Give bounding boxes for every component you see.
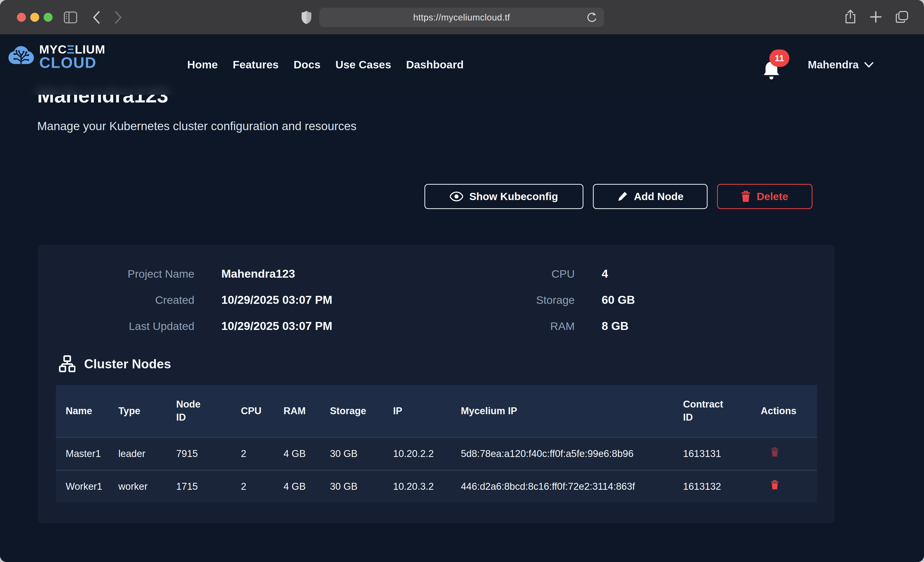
col-header-ip: IP <box>393 385 461 437</box>
cell-storage: 30 GB <box>330 437 393 470</box>
address-bar[interactable]: https://myceliumcloud.tf <box>319 8 604 27</box>
cluster-actions: Show Kubeconfig Add Node Delete <box>424 184 813 209</box>
page-content: Mahendra123 Manage your Kubernetes clust… <box>0 34 924 562</box>
col-header-cpu: CPU <box>241 385 284 437</box>
close-window-button[interactable] <box>17 13 26 22</box>
cell-ram: 4 GB <box>284 470 330 502</box>
storage-value: 60 GB <box>602 293 635 306</box>
browser-toolbar: https://myceliumcloud.tf <box>0 0 924 34</box>
chevron-down-icon <box>864 62 873 68</box>
info-row-created: Created 10/29/2025 03:07 PM <box>56 293 436 306</box>
cell-contract-id: 1613131 <box>683 437 761 470</box>
col-header-type: Type <box>118 385 176 437</box>
trash-icon <box>741 191 750 202</box>
brand-logo[interactable]: MYCΞLIUM CLOUD <box>8 44 105 70</box>
table-row: Worker1 worker 1715 2 4 GB 30 GB 10.20.3… <box>56 470 817 502</box>
col-header-contract-id: Contract ID <box>683 385 761 437</box>
ram-label: RAM <box>436 320 575 332</box>
delete-label: Delete <box>756 191 788 203</box>
tab-overview-icon[interactable] <box>895 10 909 24</box>
ram-value: 8 GB <box>602 320 628 333</box>
cell-ip: 10.20.2.2 <box>393 437 461 470</box>
delete-node-button[interactable] <box>760 480 778 490</box>
last-updated-label: Last Updated <box>56 320 194 332</box>
zoom-window-button[interactable] <box>44 13 52 22</box>
browser-window: https://myceliumcloud.tf <box>0 0 924 562</box>
col-header-storage: Storage <box>330 385 393 437</box>
cell-storage: 30 GB <box>330 470 393 502</box>
cell-mycelium-ip: 446:d2a6:8bcd:8c16:ff0f:72e2:3114:863f <box>461 470 683 502</box>
refresh-icon[interactable] <box>586 11 597 25</box>
back-button-icon[interactable] <box>88 0 104 34</box>
url-text: https://myceliumcloud.tf <box>413 12 510 22</box>
col-header-name: Name <box>56 385 118 437</box>
col-header-ram: RAM <box>284 385 330 437</box>
cell-ip: 10.20.3.2 <box>393 470 461 502</box>
project-name-value: Mahendra123 <box>221 267 295 281</box>
cluster-nodes-title: Cluster Nodes <box>84 357 171 371</box>
cluster-nodes-heading: Cluster Nodes <box>59 355 834 373</box>
notifications-button[interactable]: 11 <box>762 49 795 84</box>
brand-word-cloud: CLOUD <box>39 55 105 70</box>
col-header-node-id: Node ID <box>176 385 241 437</box>
forward-button-icon[interactable] <box>111 0 126 34</box>
nav-item-dashboard[interactable]: Dashboard <box>406 58 464 71</box>
user-menu[interactable]: Mahendra <box>808 34 873 95</box>
col-header-mycelium-ip: Mycelium IP <box>461 385 683 437</box>
minimize-window-button[interactable] <box>30 13 39 22</box>
nav-item-docs[interactable]: Docs <box>294 58 321 71</box>
trash-icon <box>771 480 778 490</box>
add-node-button[interactable]: Add Node <box>593 184 708 209</box>
cell-cpu: 2 <box>241 470 284 502</box>
cell-type: worker <box>118 470 176 502</box>
main-nav: Home Features Docs Use Cases Dashboard <box>187 34 464 95</box>
pencil-icon <box>617 191 628 202</box>
cell-actions <box>760 470 817 502</box>
storage-label: Storage <box>436 294 575 306</box>
project-name-label: Project Name <box>56 268 194 280</box>
created-value: 10/29/2025 03:07 PM <box>221 293 332 306</box>
nav-item-features[interactable]: Features <box>232 58 279 71</box>
cell-name: Master1 <box>56 437 118 470</box>
table-row: Master1 leader 7915 2 4 GB 30 GB 10.20.2… <box>56 437 817 470</box>
user-name: Mahendra <box>808 59 859 71</box>
toolbar-right-icons <box>844 0 909 34</box>
cell-node-id: 1715 <box>176 470 241 502</box>
info-row-project-name: Project Name Mahendra123 <box>56 267 436 281</box>
nodes-table-wrapper: Name Type Node ID CPU RAM Storage IP Myc… <box>56 385 817 502</box>
nodes-table: Name Type Node ID CPU RAM Storage IP Myc… <box>56 385 817 502</box>
delete-cluster-button[interactable]: Delete <box>717 184 813 209</box>
last-updated-value: 10/29/2025 03:07 PM <box>221 320 332 333</box>
cpu-label: CPU <box>436 268 575 280</box>
cell-ram: 4 GB <box>284 437 330 470</box>
cluster-nodes-icon <box>59 355 75 373</box>
nav-item-home[interactable]: Home <box>187 58 218 71</box>
trash-icon <box>771 447 778 457</box>
cell-cpu: 2 <box>241 437 284 470</box>
project-info: Project Name Mahendra123 Created 10/29/2… <box>38 245 834 345</box>
notification-count-badge: 11 <box>770 49 789 67</box>
new-tab-icon[interactable] <box>870 11 882 24</box>
delete-node-button[interactable] <box>760 447 778 458</box>
page-subtitle: Manage your Kubernetes cluster configura… <box>37 119 357 133</box>
mycelium-cloud-logo-icon <box>8 44 34 70</box>
info-row-ram: RAM 8 GB <box>436 320 816 333</box>
eye-icon <box>450 191 463 201</box>
cell-actions <box>760 437 817 470</box>
privacy-shield-icon[interactable] <box>297 0 315 34</box>
traffic-lights <box>17 13 52 22</box>
site-header: MYCΞLIUM CLOUD Home Features Docs Use Ca… <box>0 34 924 95</box>
nav-item-use-cases[interactable]: Use Cases <box>336 58 392 71</box>
created-label: Created <box>56 294 194 306</box>
sidebar-toggle-icon[interactable] <box>62 0 80 34</box>
show-kubeconfig-button[interactable]: Show Kubeconfig <box>424 184 584 209</box>
show-kubeconfig-label: Show Kubeconfig <box>469 191 558 203</box>
brand-wordmark: MYCΞLIUM CLOUD <box>39 44 105 70</box>
cluster-details-card: Project Name Mahendra123 Created 10/29/2… <box>38 245 834 523</box>
info-row-cpu: CPU 4 <box>436 267 816 281</box>
cell-type: leader <box>118 437 176 470</box>
add-node-label: Add Node <box>634 191 684 203</box>
cell-node-id: 7915 <box>176 437 241 470</box>
share-icon[interactable] <box>844 9 856 25</box>
cpu-value: 4 <box>602 267 608 281</box>
